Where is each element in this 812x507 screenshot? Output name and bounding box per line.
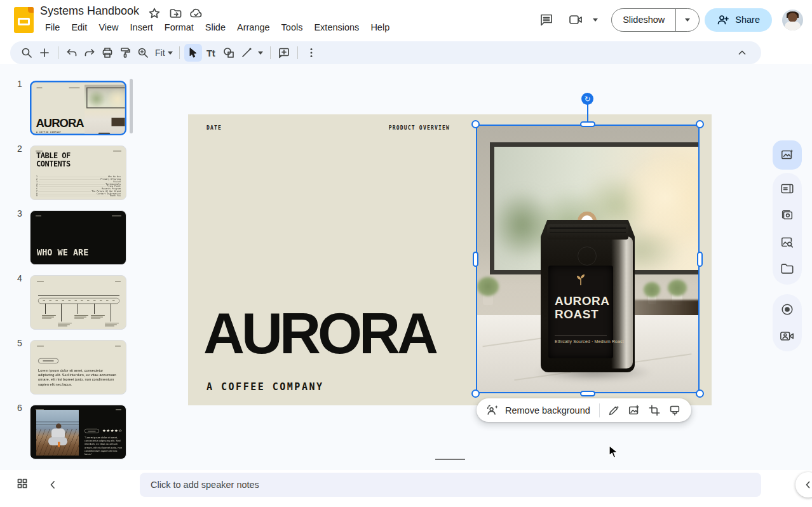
slide-number: 1 (13, 79, 27, 89)
thumbnail-2-toc: 1Who We Are 2Primary Offering 3Vision 4T… (36, 176, 121, 198)
remove-background-icon (485, 403, 499, 417)
search-menus-icon[interactable] (18, 44, 36, 62)
share-button[interactable]: Share (705, 8, 772, 32)
share-person-icon (717, 14, 729, 25)
menu-insert[interactable]: Insert (125, 20, 159, 34)
slide-thumbnail-5[interactable]: Lorem ipsum dolor sit amet, consectetur … (30, 340, 126, 395)
line-tool-caret-icon[interactable] (255, 44, 266, 62)
resize-handle-top-left[interactable] (471, 120, 480, 128)
plant-left (477, 277, 499, 305)
slide-thumbnail-1[interactable]: AURORA A COFFEE COMPANY (30, 81, 126, 135)
replace-image-icon[interactable] (624, 400, 644, 421)
slideshow-button[interactable]: Slideshow (612, 9, 675, 31)
slide-thumbnail-6[interactable]: ★★★★☆ "Lorem ipsum dolor sit amet, conse… (30, 405, 126, 459)
sprout-logo-icon (575, 273, 586, 286)
main-toolbar: Fit Tt (10, 41, 761, 64)
resize-handle-bottom-left[interactable] (471, 389, 480, 398)
account-avatar[interactable] (782, 10, 803, 30)
edit-image-ai-icon[interactable] (604, 400, 624, 421)
toolbar-collapse-icon[interactable] (733, 44, 751, 62)
image-search-panel-icon[interactable] (776, 231, 798, 253)
move-folder-icon[interactable] (168, 6, 182, 20)
menu-view[interactable]: View (93, 20, 124, 34)
thumbnail-1-image (85, 85, 126, 135)
menu-arrange[interactable]: Arrange (231, 20, 276, 34)
shape-tool-icon[interactable] (220, 44, 238, 62)
undo-icon[interactable] (63, 44, 81, 62)
sidebar-expand-icon[interactable] (795, 472, 812, 497)
slide-thumbnail-4[interactable] (30, 275, 126, 330)
coffee-bag: AURORA ROAST Ethically Sourced · Medium … (541, 220, 635, 372)
speaker-notes-input[interactable]: Click to add speaker notes (140, 473, 761, 497)
video-call-icon[interactable] (564, 7, 590, 32)
menu-help[interactable]: Help (365, 20, 395, 34)
slide-section-label[interactable]: PRODUCT OVERVIEW (389, 125, 450, 131)
photos-panel-icon[interactable] (776, 205, 798, 226)
rotate-handle[interactable]: ↻ (581, 93, 593, 105)
print-icon[interactable] (98, 44, 116, 62)
record-panel-icon[interactable] (776, 299, 798, 320)
remove-background-button[interactable]: Remove background (505, 405, 590, 416)
thumbnail-6-photo (36, 410, 79, 456)
slide-number: 3 (13, 208, 27, 219)
insert-comment-icon[interactable] (275, 44, 293, 62)
crop-image-icon[interactable] (644, 400, 665, 421)
slide-number: 5 (13, 338, 27, 348)
contacts-panel-icon[interactable] (776, 178, 798, 199)
side-panel-group-apps (773, 173, 802, 285)
bag-brand-line2: ROAST (555, 308, 607, 321)
filmstrip-collapse-icon[interactable] (44, 477, 61, 493)
menu-bar: File Edit View Insert Format Slide Arran… (39, 20, 395, 34)
zoom-fit-label: Fit (154, 48, 168, 58)
document-title[interactable]: Systems Handbook (40, 4, 139, 18)
resize-handle-right[interactable] (697, 252, 703, 267)
bag-tagline: Ethically Sourced · Medium Roast (555, 339, 607, 344)
text-box-tool-icon[interactable]: Tt (202, 44, 220, 62)
camera-recording-panel-icon[interactable] (776, 325, 798, 347)
menu-format[interactable]: Format (159, 20, 200, 34)
slides-logo-icon[interactable] (14, 7, 34, 33)
slideshow-caret-icon[interactable] (675, 9, 699, 31)
thumbnail-4-timeline (38, 298, 119, 304)
line-tool-icon[interactable] (238, 44, 255, 62)
zoom-in-icon[interactable] (134, 44, 152, 62)
comment-history-icon[interactable] (534, 7, 559, 32)
slide-number: 2 (13, 144, 27, 154)
slide-thumbnail-2[interactable]: TABLE OFCONTENTS 1Who We Are 2Primary Of… (30, 145, 126, 200)
slide-subtitle-text[interactable]: A COFFEE COMPANY (206, 381, 324, 393)
slide-number: 6 (13, 403, 27, 413)
resize-handle-top-right[interactable] (696, 120, 704, 128)
slide-number: 4 (13, 273, 27, 283)
menu-extensions[interactable]: Extensions (308, 20, 365, 34)
resize-handle-left[interactable] (473, 252, 478, 267)
resize-handle-bottom-right[interactable] (696, 389, 704, 398)
grid-view-icon[interactable] (14, 475, 30, 492)
zoom-fit-select[interactable]: Fit (152, 44, 175, 62)
slide-date-label[interactable]: DATE (206, 125, 222, 131)
product-image[interactable]: AURORA ROAST Ethically Sourced · Medium … (476, 125, 700, 393)
bottom-bar: Click to add speaker notes (0, 470, 812, 507)
paint-format-icon[interactable] (116, 44, 134, 62)
redo-icon[interactable] (81, 44, 98, 62)
menu-file[interactable]: File (39, 20, 65, 34)
slide-title-text[interactable]: AURORA (203, 305, 435, 362)
menu-slide[interactable]: Slide (200, 20, 231, 34)
drive-folder-panel-icon[interactable] (776, 258, 798, 280)
notes-resize-handle[interactable] (435, 459, 465, 460)
filmstrip-scrollbar[interactable] (130, 79, 133, 133)
cloud-saved-icon[interactable] (189, 6, 203, 20)
more-options-icon[interactable] (302, 44, 320, 62)
video-call-caret-icon[interactable] (590, 18, 601, 22)
slide-thumbnail-3[interactable]: WHO WE ARE (30, 210, 126, 265)
menu-edit[interactable]: Edit (65, 20, 93, 34)
generate-image-panel-icon[interactable] (773, 140, 802, 170)
slide-canvas[interactable]: DATE PRODUCT OVERVIEW AURORA A COFFEE CO… (188, 114, 712, 405)
side-panel-group-recording (773, 294, 802, 351)
select-tool-icon[interactable] (184, 44, 202, 62)
resize-handle-top[interactable] (580, 121, 595, 127)
menu-tools[interactable]: Tools (276, 20, 309, 34)
star-icon[interactable] (147, 6, 161, 20)
resize-handle-bottom[interactable] (580, 391, 595, 396)
recolor-image-icon[interactable] (665, 400, 685, 421)
new-slide-icon[interactable] (36, 44, 53, 62)
